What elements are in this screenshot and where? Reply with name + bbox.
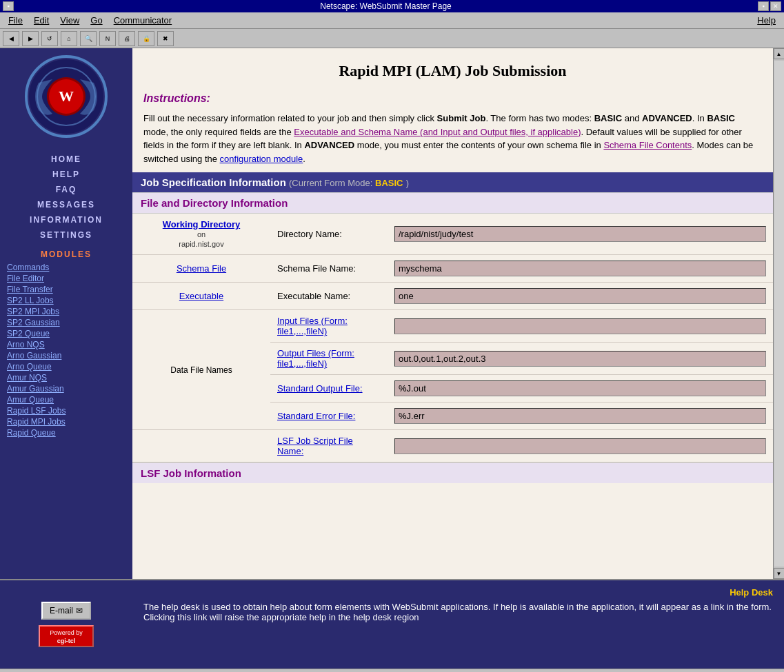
executable-input[interactable] bbox=[394, 288, 766, 304]
sidebar-link-file-transfer[interactable]: File Transfer bbox=[0, 284, 132, 295]
email-label: E-mail bbox=[50, 606, 73, 615]
inst-bold-1: Submit Job bbox=[437, 113, 486, 123]
std-output-link[interactable]: Standard Output File: bbox=[277, 383, 363, 394]
sidebar-item-home[interactable]: HOME bbox=[0, 152, 132, 167]
input-files-input-cell bbox=[388, 310, 773, 343]
lsf-info-header: LSF Job Information bbox=[132, 462, 773, 483]
help-text: The help desk is used to obtain help abo… bbox=[143, 602, 772, 622]
cgi-badge[interactable]: Powered by cgi-tcl bbox=[39, 625, 94, 647]
inst-link-3[interactable]: configuration module bbox=[220, 154, 303, 164]
menu-communicator[interactable]: Communicator bbox=[108, 14, 178, 27]
sidebar-item-help[interactable]: HELP bbox=[0, 167, 132, 182]
stop-button[interactable]: ✖ bbox=[157, 31, 174, 46]
sidebar-item-information[interactable]: INFORMATION bbox=[0, 212, 132, 227]
forward-button[interactable]: ▶ bbox=[22, 31, 39, 46]
menu-bar: File Edit View Go Communicator Help bbox=[0, 12, 784, 29]
executable-cell: Executable bbox=[132, 283, 270, 310]
scroll-down-button[interactable]: ▼ bbox=[774, 568, 785, 579]
mode-label: (Current Form Mode: bbox=[289, 178, 375, 188]
inst-text-9: . bbox=[303, 154, 305, 164]
lsf-script-link[interactable]: LSF Job Script File Name: bbox=[277, 436, 353, 456]
reload-button[interactable]: ↺ bbox=[41, 31, 58, 46]
sidebar-link-rapid-queue[interactable]: Rapid Queue bbox=[0, 427, 132, 438]
std-error-link[interactable]: Standard Error File: bbox=[277, 411, 355, 421]
logo: W bbox=[25, 55, 108, 138]
form-table: Working Directory on rapid.nist.gov Dire… bbox=[132, 214, 773, 462]
inst-text-2: . The form has two modes: bbox=[485, 113, 594, 123]
sidebar-link-rapid-lsf-jobs[interactable]: Rapid LSF Jobs bbox=[0, 405, 132, 416]
std-error-input[interactable] bbox=[394, 408, 766, 424]
sidebar-link-rapid-mpi-jobs[interactable]: Rapid MPI Jobs bbox=[0, 416, 132, 427]
sidebar-item-settings[interactable]: SETTINGS bbox=[0, 227, 132, 243]
back-button[interactable]: ◀ bbox=[3, 31, 19, 46]
sidebar-item-messages[interactable]: MESSAGES bbox=[0, 197, 132, 212]
data-files-label: Data File Names bbox=[132, 310, 270, 430]
working-dir-link[interactable]: Working Directory bbox=[139, 219, 263, 230]
search-button[interactable]: 🔍 bbox=[80, 31, 97, 46]
sidebar-link-arno-gaussian[interactable]: Arno Gaussian bbox=[0, 350, 132, 361]
sidebar-link-commands[interactable]: Commands bbox=[0, 262, 132, 273]
sidebar-link-amur-queue[interactable]: Amur Queue bbox=[0, 394, 132, 405]
menu-file[interactable]: File bbox=[3, 14, 28, 27]
print-button[interactable]: 🖨 bbox=[119, 31, 135, 46]
inst-link-2[interactable]: Schema File Contents bbox=[603, 140, 692, 150]
resize-icon[interactable]: ▪ bbox=[758, 1, 769, 11]
inst-link-1[interactable]: Executable and Schema Name (and Input an… bbox=[294, 127, 581, 137]
sidebar-link-amur-nqs[interactable]: Amur NQS bbox=[0, 372, 132, 383]
content-area: Rapid MPI (LAM) Job Submission Instructi… bbox=[132, 48, 773, 579]
executable-input-cell bbox=[388, 283, 773, 310]
file-dir-header: File and Directory Information bbox=[132, 192, 773, 214]
scrollbar[interactable]: ▲ ▼ bbox=[773, 48, 784, 579]
input-files-input[interactable] bbox=[394, 318, 766, 334]
table-row: Working Directory on rapid.nist.gov Dire… bbox=[132, 214, 773, 255]
sidebar-item-faq[interactable]: FAQ bbox=[0, 182, 132, 197]
mode-value: BASIC bbox=[375, 178, 403, 188]
sidebar-link-arno-queue[interactable]: Arno Queue bbox=[0, 361, 132, 372]
minimize-icon[interactable]: ▪ bbox=[3, 1, 14, 11]
table-row: Executable Executable Name: bbox=[132, 283, 773, 310]
instructions-text: Fill out the necessary information relat… bbox=[132, 109, 773, 172]
sidebar-link-sp2-ll-jobs[interactable]: SP2 LL Jobs bbox=[0, 295, 132, 306]
executable-link[interactable]: Executable bbox=[179, 291, 223, 301]
output-files-input[interactable] bbox=[394, 351, 766, 367]
sidebar-link-file-editor[interactable]: File Editor bbox=[0, 273, 132, 284]
email-button[interactable]: E-mail ✉ bbox=[41, 602, 91, 620]
working-dir-on: on bbox=[197, 230, 205, 238]
menu-go[interactable]: Go bbox=[85, 14, 108, 27]
schema-file-label: Schema File Name: bbox=[270, 255, 388, 283]
menu-edit[interactable]: Edit bbox=[28, 14, 54, 27]
bottom-content: Help Desk The help desk is used to obtai… bbox=[132, 580, 784, 669]
sidebar-link-sp2-mpi-jobs[interactable]: SP2 MPI Jobs bbox=[0, 306, 132, 317]
directory-name-input[interactable] bbox=[394, 226, 766, 242]
sidebar-link-sp2-gaussian[interactable]: SP2 Gaussian bbox=[0, 317, 132, 328]
output-files-input-cell bbox=[388, 343, 773, 375]
sidebar-link-sp2-queue[interactable]: SP2 Queue bbox=[0, 328, 132, 339]
sidebar-link-amur-gaussian[interactable]: Amur Gaussian bbox=[0, 383, 132, 394]
bottom-sidebar: E-mail ✉ Powered by cgi-tcl bbox=[0, 580, 132, 669]
schema-file-input[interactable] bbox=[394, 261, 766, 276]
cgi-tcl-label: cgi-tcl bbox=[46, 638, 87, 644]
input-files-link[interactable]: Input Files (Form: file1,...,fileN) bbox=[277, 316, 348, 336]
lsf-script-input[interactable] bbox=[394, 438, 766, 454]
output-files-link[interactable]: Output Files (Form: file1,...,fileN) bbox=[277, 348, 354, 369]
std-error-input-cell bbox=[388, 403, 773, 430]
std-output-cell: Standard Output File: bbox=[270, 375, 388, 403]
schema-file-link[interactable]: Schema File bbox=[177, 263, 226, 274]
security-button[interactable]: 🔒 bbox=[138, 31, 154, 46]
sidebar: W HOME HELP FAQ MESSAGES INFORMATION SET… bbox=[0, 48, 132, 579]
scroll-track[interactable] bbox=[774, 61, 784, 567]
home-button[interactable]: ⌂ bbox=[61, 31, 77, 46]
netscape-button[interactable]: N bbox=[99, 31, 116, 46]
std-output-input[interactable] bbox=[394, 380, 766, 396]
inst-bold-3: ADVANCED bbox=[642, 113, 692, 123]
bottom-panel: E-mail ✉ Powered by cgi-tcl Help Desk Th… bbox=[0, 579, 784, 669]
scroll-up-button[interactable]: ▲ bbox=[774, 48, 785, 59]
close-icon[interactable]: ✕ bbox=[770, 1, 781, 11]
menu-help[interactable]: Help bbox=[752, 14, 781, 27]
inst-text-3: and bbox=[622, 113, 642, 123]
window-title: Netscape: WebSubmit Master Page bbox=[320, 1, 452, 11]
menu-view[interactable]: View bbox=[54, 14, 85, 27]
help-desk-label: Help Desk bbox=[143, 587, 773, 598]
sidebar-link-arno-nqs[interactable]: Arno NQS bbox=[0, 339, 132, 350]
svg-text:W: W bbox=[59, 88, 74, 105]
